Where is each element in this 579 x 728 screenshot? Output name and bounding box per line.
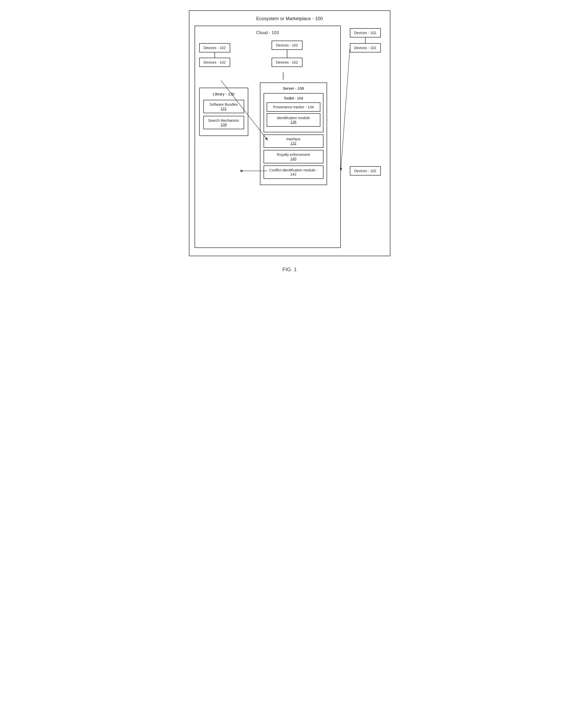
server-wrapper: Server - 106 Toolkit - 104 Provenance tr… (251, 82, 336, 185)
library-label: Library - 130 (203, 92, 244, 96)
royalty-label: Royalty enforcement (267, 153, 320, 157)
interface-num: 132 (267, 141, 320, 145)
cloud-lower: Library - 130 Software Bundles 131 Searc… (199, 82, 336, 185)
software-bundles-box: Software Bundles 131 (203, 100, 244, 113)
ecosystem-box: Ecosystem or Marketplace - 100 Cloud - 1… (189, 10, 390, 256)
conflict-label: Conflict identification module - 142 (267, 168, 320, 176)
left-connector (215, 52, 215, 58)
provenance-label: Provenance tracker - 134 (270, 105, 317, 109)
ecosystem-title: Ecosystem or Marketplace - 100 (195, 16, 385, 22)
left-device-1: Devices - 102 (199, 43, 230, 52)
center-cluster: Devices - 102 Devices - 102 (238, 41, 336, 67)
fig-label: FIG. 1 (282, 266, 297, 272)
toolkit-label: Toolkit - 104 (267, 96, 321, 100)
interface-box: Interface 132 (264, 134, 324, 148)
conflict-box: Conflict identification module - 142 (264, 165, 324, 179)
server-box: Server - 106 Toolkit - 104 Provenance tr… (260, 82, 327, 185)
arrow-center-to-server (199, 72, 336, 80)
cloud-label: Cloud - 103 (199, 30, 336, 35)
svg-line-2 (341, 49, 350, 171)
server-label: Server - 106 (264, 86, 324, 90)
identification-label: Identification module (270, 116, 317, 120)
page-wrapper: Ecosystem or Marketplace - 100 Cloud - 1… (189, 10, 390, 272)
right-device-1: Devices - 102 (350, 28, 381, 37)
identification-num: 136 (270, 120, 317, 124)
center-device-bottom: Devices - 102 (272, 58, 303, 67)
left-cluster: Devices - 102 Devices - 102 (199, 43, 230, 67)
left-device-2: Devices - 102 (199, 58, 230, 67)
right-device-3: Devices - 102 (350, 166, 381, 176)
identification-box: Identification module 136 (267, 113, 321, 127)
software-bundles-num: 131 (207, 106, 241, 111)
center-connector (287, 50, 287, 58)
royalty-num: 140 (267, 157, 320, 161)
cloud-top: Devices - 102 Devices - 102 Devices - 10… (199, 41, 336, 67)
right-devices-column: Devices - 102 Devices - 102 Devices - 10… (346, 26, 385, 176)
cloud-box: Cloud - 103 Devices - 102 Devices - 102 … (195, 26, 341, 248)
software-bundles-label: Software Bundles (207, 102, 241, 106)
right-device-2: Devices - 102 (350, 43, 381, 52)
library-box: Library - 130 Software Bundles 131 Searc… (199, 88, 248, 136)
royalty-box: Royalty enforcement 140 (264, 150, 324, 163)
search-mechanism-box: Search Mechanism 138 (203, 116, 244, 129)
search-mechanism-num: 138 (207, 123, 241, 127)
interface-label: Interface (267, 137, 320, 141)
toolkit-box: Toolkit - 104 Provenance tracker - 134 I… (264, 93, 324, 132)
ecosystem-inner: Cloud - 103 Devices - 102 Devices - 102 … (195, 26, 385, 248)
center-device-top: Devices - 102 (272, 41, 303, 50)
provenance-box: Provenance tracker - 134 (267, 102, 321, 112)
right-connector-1 (365, 37, 366, 43)
search-mechanism-label: Search Mechanism (207, 119, 241, 123)
